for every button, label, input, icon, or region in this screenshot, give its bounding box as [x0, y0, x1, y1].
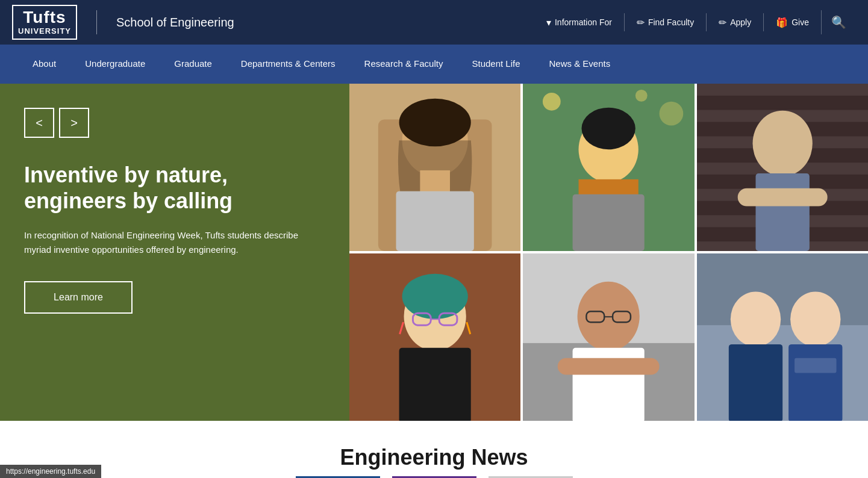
give-link[interactable]: 🎁 Give: [766, 12, 819, 33]
svg-rect-4: [420, 170, 450, 194]
svg-point-30: [752, 111, 812, 176]
svg-rect-26: [697, 202, 868, 214]
hero-photo-grid: [349, 84, 868, 421]
svg-rect-27: [697, 215, 868, 227]
svg-point-35: [404, 282, 466, 351]
svg-rect-17: [697, 84, 868, 96]
info-for-label: Information For: [555, 17, 612, 27]
nav-divider-3: [763, 13, 764, 31]
top-navigation: Tufts UNIVERSITY School of Engineering ▾…: [0, 0, 868, 45]
find-faculty-icon: ✏: [637, 17, 645, 28]
nav-departments-centers[interactable]: Departments & Centers: [226, 45, 350, 84]
svg-line-40: [400, 322, 404, 334]
svg-rect-28: [697, 228, 868, 240]
hero-photo-2: [523, 84, 694, 251]
nav-undergraduate[interactable]: Undergraduate: [70, 45, 160, 84]
search-button[interactable]: 🔍: [821, 10, 856, 34]
svg-rect-45: [523, 343, 694, 421]
hero-photo-6: [697, 253, 868, 421]
apply-link[interactable]: ✏ Apply: [709, 12, 761, 33]
apply-icon: ✏: [719, 17, 726, 28]
svg-rect-15: [697, 84, 868, 251]
svg-point-11: [579, 117, 639, 182]
svg-rect-23: [697, 163, 868, 175]
svg-rect-20: [697, 123, 868, 135]
svg-rect-37: [413, 313, 431, 325]
hero-description: In recognition of National Engineering W…: [24, 228, 313, 257]
svg-rect-43: [523, 253, 694, 421]
nav-student-life[interactable]: Student Life: [457, 45, 534, 84]
svg-rect-38: [439, 313, 457, 325]
svg-rect-54: [697, 253, 868, 325]
svg-rect-52: [697, 253, 868, 421]
top-nav-right: ▾ Information For ✏ Find Faculty ✏ Apply…: [537, 10, 856, 34]
svg-rect-13: [579, 179, 639, 197]
carousel-prev-button[interactable]: <: [24, 108, 54, 138]
status-bar: https://engineering.tufts.edu: [0, 465, 101, 478]
nav-research-faculty[interactable]: Research & Faculty: [350, 45, 458, 84]
svg-point-12: [582, 108, 635, 150]
hero-photo-3: [697, 84, 868, 251]
svg-point-55: [730, 292, 780, 347]
secondary-navigation: About Undergraduate Graduate Departments…: [0, 45, 868, 84]
give-label: Give: [792, 17, 809, 27]
svg-rect-21: [697, 136, 868, 148]
learn-more-button[interactable]: Learn more: [24, 281, 133, 314]
svg-line-41: [467, 322, 470, 334]
info-for-link[interactable]: ▾ Information For: [537, 12, 622, 33]
svg-rect-7: [523, 84, 694, 251]
svg-rect-47: [587, 311, 605, 322]
svg-rect-51: [558, 358, 660, 375]
svg-point-57: [790, 292, 840, 347]
svg-rect-32: [737, 188, 827, 206]
svg-point-10: [660, 102, 684, 126]
nav-divider-1: [624, 13, 625, 31]
find-faculty-link[interactable]: ✏ Find Faculty: [627, 12, 704, 33]
hero-left-panel: < > Inventive by nature, engineers by ca…: [0, 84, 349, 421]
engineering-news-section: Engineering News: [0, 421, 868, 478]
svg-rect-1: [378, 120, 492, 251]
svg-rect-31: [755, 173, 809, 251]
svg-rect-25: [697, 189, 868, 201]
svg-rect-24: [697, 176, 868, 188]
svg-rect-0: [349, 84, 520, 251]
svg-rect-14: [573, 194, 645, 251]
svg-rect-48: [613, 311, 631, 322]
hero-title: Inventive by nature, engineers by callin…: [24, 162, 325, 214]
nav-news-events[interactable]: News & Events: [535, 45, 625, 84]
status-url: https://engineering.tufts.edu: [6, 467, 95, 476]
svg-rect-56: [728, 344, 782, 421]
svg-rect-34: [349, 253, 520, 421]
hero-photo-5: [523, 253, 694, 421]
give-icon: 🎁: [776, 17, 788, 28]
tufts-logo[interactable]: Tufts UNIVERSITY: [12, 5, 77, 39]
logo-area: Tufts UNIVERSITY School of Engineering: [12, 5, 234, 39]
svg-point-2: [402, 105, 468, 176]
svg-rect-58: [788, 344, 842, 421]
svg-rect-18: [697, 97, 868, 109]
svg-rect-42: [399, 348, 471, 421]
school-name[interactable]: School of Engineering: [116, 16, 234, 29]
svg-rect-33: [349, 253, 520, 421]
svg-rect-29: [697, 241, 868, 251]
nav-graduate[interactable]: Graduate: [160, 45, 226, 84]
nav-about[interactable]: About: [18, 45, 70, 84]
svg-point-46: [578, 282, 640, 351]
svg-rect-59: [795, 358, 837, 373]
svg-rect-6: [396, 191, 474, 251]
nav-divider-2: [706, 13, 707, 31]
dropdown-icon: ▾: [546, 17, 551, 28]
svg-point-3: [399, 99, 471, 146]
hero-photo-4: [349, 253, 520, 421]
svg-rect-5: [396, 191, 474, 251]
hero-photo-1: [349, 84, 520, 251]
hero-section: < > Inventive by nature, engineers by ca…: [0, 84, 868, 421]
engineering-news-title: Engineering News: [12, 445, 856, 470]
svg-rect-16: [697, 84, 868, 251]
carousel-next-button[interactable]: >: [59, 108, 89, 138]
svg-point-9: [635, 90, 648, 102]
find-faculty-label: Find Faculty: [648, 17, 694, 27]
logo-text-sub: UNIVERSITY: [18, 27, 71, 36]
svg-rect-19: [697, 110, 868, 122]
svg-point-36: [402, 274, 468, 319]
